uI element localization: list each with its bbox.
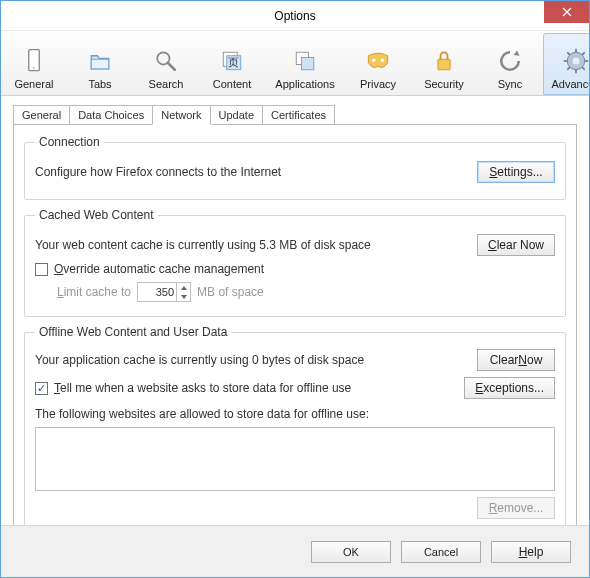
checkbox-checked-icon (35, 382, 48, 395)
toolbar-item-general[interactable]: General (1, 33, 67, 95)
tab-certificates[interactable]: Certificates (262, 105, 335, 125)
svg-rect-9 (302, 58, 314, 70)
toolbar-item-applications[interactable]: Applications (265, 33, 345, 95)
svg-line-21 (567, 67, 570, 70)
advanced-panel: General Data Choices Network Update Cert… (1, 96, 589, 554)
close-icon (562, 7, 572, 17)
offline-following-label: The following websites are allowed to st… (35, 407, 555, 421)
cache-usage: Your web content cache is currently usin… (35, 238, 477, 252)
exceptions-button[interactable]: Exceptions... (464, 377, 555, 399)
svg-line-4 (168, 63, 175, 70)
toolbar-item-tabs[interactable]: Tabs (67, 33, 133, 95)
close-button[interactable] (544, 1, 589, 23)
sync-icon (496, 47, 524, 75)
spinner-down[interactable] (177, 292, 190, 301)
dialog-footer: OK Cancel Help (1, 525, 589, 577)
cache-group: Cached Web Content Your web content cach… (24, 208, 566, 317)
mask-icon (364, 47, 392, 75)
toolbar-item-content[interactable]: 页 Content (199, 33, 265, 95)
offline-usage: Your application cache is currently usin… (35, 353, 477, 367)
svg-rect-2 (91, 59, 109, 69)
tab-network[interactable]: Network (152, 105, 210, 125)
tab-update[interactable]: Update (210, 105, 263, 125)
remove-button[interactable]: Remove... (477, 497, 555, 519)
checkbox-icon (35, 263, 48, 276)
toolbar-item-sync[interactable]: Sync (477, 33, 543, 95)
window-title: Options (274, 9, 315, 23)
svg-line-20 (582, 67, 585, 70)
svg-text:页: 页 (228, 56, 239, 68)
override-cache-checkbox[interactable]: Override automatic cache management (35, 262, 555, 276)
folder-icon (86, 47, 114, 75)
settings-button[interactable]: Settings... (477, 161, 555, 183)
clear-offline-button[interactable]: Clear Now (477, 349, 555, 371)
clear-cache-button[interactable]: Clear Now (477, 234, 555, 256)
toolbar-item-privacy[interactable]: Privacy (345, 33, 411, 95)
connection-group: Connection Configure how Firefox connect… (24, 135, 566, 200)
lock-icon (430, 47, 458, 75)
svg-line-19 (567, 52, 570, 55)
toolbar-item-search[interactable]: Search (133, 33, 199, 95)
smartphone-icon (20, 47, 48, 75)
offline-sites-listbox[interactable] (35, 427, 555, 491)
spinner-up[interactable] (177, 283, 190, 292)
help-button[interactable]: Help (491, 541, 571, 563)
limit-cache-row: Limit cache to 350 MB of space (57, 282, 555, 302)
svg-rect-12 (438, 59, 450, 70)
svg-line-22 (582, 52, 585, 55)
toolbar-item-security[interactable]: Security (411, 33, 477, 95)
offline-legend: Offline Web Content and User Data (35, 325, 231, 339)
svg-point-14 (573, 58, 580, 65)
connection-legend: Connection (35, 135, 104, 149)
applications-icon (291, 47, 319, 75)
connection-desc: Configure how Firefox connects to the In… (35, 165, 477, 179)
sub-tabs: General Data Choices Network Update Cert… (13, 104, 577, 124)
svg-point-1 (33, 67, 36, 70)
offline-group: Offline Web Content and User Data Your a… (24, 325, 566, 530)
cancel-button[interactable]: Cancel (401, 541, 481, 563)
options-toolbar: General Tabs Search 页 Content Applicatio… (1, 31, 589, 96)
content-icon: 页 (218, 47, 246, 75)
tab-data-choices[interactable]: Data Choices (69, 105, 153, 125)
search-icon (152, 47, 180, 75)
titlebar: Options (1, 1, 589, 31)
network-tabpage: Connection Configure how Firefox connect… (13, 124, 577, 554)
ok-button[interactable]: OK (311, 541, 391, 563)
cache-legend: Cached Web Content (35, 208, 158, 222)
svg-point-11 (381, 58, 385, 62)
tell-me-checkbox[interactable]: Tell me when a website asks to store dat… (35, 381, 351, 395)
svg-point-10 (372, 58, 376, 62)
gear-icon (562, 47, 590, 75)
tab-general[interactable]: General (13, 105, 70, 125)
toolbar-item-advanced[interactable]: Advanced (543, 33, 590, 95)
cache-limit-spinner[interactable]: 350 (137, 282, 191, 302)
